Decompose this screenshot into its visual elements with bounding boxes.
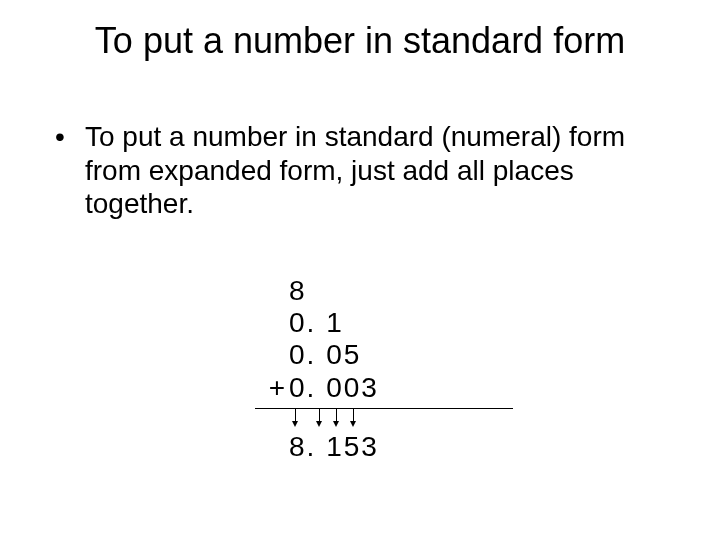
result-value: 8. 153 [289, 431, 509, 463]
operator-col-empty [255, 339, 289, 371]
operator-col-empty [255, 307, 289, 339]
addend-value: 0. 05 [289, 339, 509, 371]
result-row: 8. 153 [255, 431, 513, 463]
addend-row-last: + 0. 003 [255, 372, 513, 404]
addend-value: 0. 003 [289, 372, 509, 404]
operator-col-empty [255, 275, 289, 307]
operator-plus: + [255, 372, 289, 404]
carry-arrows [289, 409, 513, 431]
slide-body: • To put a number in standard (numeral) … [55, 120, 665, 221]
addend-row: 8 [255, 275, 513, 307]
addition-block: 8 0. 1 0. 05 + 0. 003 8. 153 [255, 275, 513, 463]
bullet-item: • To put a number in standard (numeral) … [55, 120, 665, 221]
bullet-text: To put a number in standard (numeral) fo… [85, 120, 665, 221]
slide: To put a number in standard form • To pu… [0, 0, 720, 540]
down-arrow-icon [295, 409, 296, 423]
operator-col-empty [255, 431, 289, 463]
addend-row: 0. 05 [255, 339, 513, 371]
bullet-marker: • [55, 120, 85, 221]
addend-value: 8 [289, 275, 509, 307]
down-arrow-icon [353, 409, 354, 423]
slide-title: To put a number in standard form [0, 20, 720, 62]
down-arrow-icon [336, 409, 337, 423]
down-arrow-icon [319, 409, 320, 423]
addend-value: 0. 1 [289, 307, 509, 339]
addend-row: 0. 1 [255, 307, 513, 339]
